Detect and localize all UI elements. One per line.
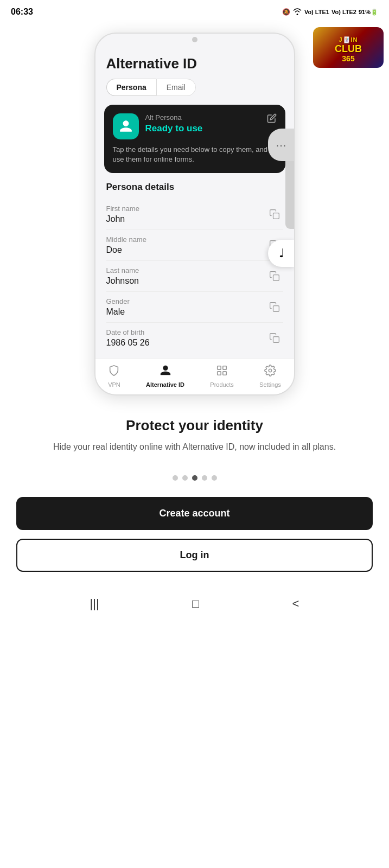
detail-value-dob: 1986 05 26 [106, 338, 266, 348]
brand-logo-inner: J🃏IN CLUB 365 [313, 27, 384, 68]
copy-icon-dob[interactable] [266, 329, 283, 347]
signal-lte2: Vo) LTE2 [331, 9, 356, 15]
vpn-nav-icon [108, 365, 120, 380]
phone-mockup: Alternative ID Persona Email Alt Persona [94, 33, 295, 395]
phone-wrapper: Alternative ID Persona Email Alt Persona [0, 22, 389, 401]
copy-icon-lastname[interactable] [266, 267, 283, 285]
nav-label-altid: Alternative ID [146, 381, 184, 388]
status-time: 06:33 [11, 7, 33, 17]
detail-value-middlename: Doe [106, 245, 266, 255]
battery-icon: 91%🔋 [359, 9, 378, 16]
mute-icon: 🔕 [282, 8, 290, 16]
detail-text-lastname: Last name Johnson [106, 266, 266, 286]
detail-text-firstname: First name John [106, 205, 266, 224]
detail-label-dob: Date of birth [106, 328, 266, 336]
svg-rect-3 [273, 306, 279, 312]
app-title: Alternative ID [106, 55, 283, 72]
tabs-container: Persona Email [95, 79, 294, 96]
promo-section: Protect your identity Hide your real ide… [0, 401, 389, 464]
svg-point-9 [269, 369, 272, 373]
promo-description: Hide your real identity online with Alte… [22, 441, 367, 454]
android-back-button[interactable]: < [292, 597, 299, 611]
persona-status: Ready to use [145, 123, 260, 134]
detail-value-lastname: Johnson [106, 276, 266, 286]
phone-dot [192, 37, 197, 42]
nav-item-altid[interactable]: Alternative ID [146, 365, 184, 388]
signal-lte1: Vo) LTE1 [304, 9, 329, 15]
promo-title: Protect your identity [22, 417, 367, 434]
detail-text-gender: Gender Male [106, 297, 266, 317]
detail-row-gender: Gender Male [106, 292, 283, 323]
persona-description: Tap the details you need below to copy t… [113, 145, 277, 164]
svg-rect-6 [223, 366, 226, 369]
nav-label-products: Products [210, 381, 233, 388]
altid-nav-icon [160, 365, 171, 380]
android-home-button[interactable]: □ [192, 597, 199, 611]
nav-item-vpn[interactable]: VPN [108, 365, 120, 388]
brand-logo: J🃏IN CLUB 365 [313, 27, 384, 71]
pagination-dots [0, 475, 389, 481]
detail-text-middlename: Middle name Doe [106, 235, 266, 255]
app-header: Alternative ID [95, 55, 294, 79]
music-button[interactable]: ♩ [268, 240, 295, 267]
dot-4[interactable] [202, 475, 207, 481]
svg-rect-7 [218, 372, 221, 375]
status-icons: 🔕 Vo) LTE1 Vo) LTE2 91%🔋 [282, 8, 378, 17]
tab-email[interactable]: Email [156, 79, 196, 96]
more-options-button[interactable]: ··· [268, 129, 295, 161]
svg-rect-4 [273, 337, 279, 343]
dot-2[interactable] [182, 475, 188, 481]
detail-row-dob: Date of birth 1986 05 26 [106, 323, 283, 353]
settings-nav-icon [264, 365, 276, 380]
svg-rect-5 [218, 366, 221, 369]
detail-value-firstname: John [106, 214, 266, 224]
persona-card-top: Alt Persona Ready to use [113, 113, 277, 139]
detail-row-firstname: First name John [106, 199, 283, 230]
status-bar: 06:33 🔕 Vo) LTE1 Vo) LTE2 91%🔋 [0, 0, 389, 22]
detail-value-gender: Male [106, 307, 266, 317]
create-account-button[interactable]: Create account [16, 497, 373, 530]
details-section: Persona details First name John [95, 182, 294, 353]
svg-rect-2 [273, 275, 279, 281]
nav-label-settings: Settings [259, 381, 281, 388]
music-note-icon: ♩ [279, 246, 284, 260]
nav-item-products[interactable]: Products [210, 365, 233, 388]
tab-persona[interactable]: Persona [106, 79, 156, 96]
details-heading: Persona details [106, 182, 283, 193]
persona-avatar [113, 113, 139, 139]
detail-label-lastname: Last name [106, 266, 266, 275]
svg-rect-8 [223, 372, 226, 375]
bottom-nav: VPN Alternative ID [95, 359, 294, 394]
android-nav-bar: ||| □ < [0, 588, 389, 620]
dot-3-active[interactable] [192, 475, 197, 481]
persona-edit-icon[interactable] [267, 113, 277, 126]
login-button[interactable]: Log in [16, 539, 373, 572]
detail-label-middlename: Middle name [106, 235, 266, 244]
wifi-icon [292, 8, 302, 17]
detail-row-middlename: Middle name Doe [106, 230, 283, 261]
phone-content: Alternative ID Persona Email Alt Persona [95, 48, 294, 394]
persona-label: Alt Persona [145, 113, 260, 122]
persona-info: Alt Persona Ready to use [145, 113, 260, 134]
nav-item-settings[interactable]: Settings [259, 365, 281, 388]
copy-icon-firstname[interactable] [266, 206, 283, 223]
detail-text-dob: Date of birth 1986 05 26 [106, 328, 266, 348]
detail-row-lastname: Last name Johnson [106, 261, 283, 292]
android-recents-button[interactable]: ||| [90, 597, 99, 611]
persona-card: Alt Persona Ready to use Tap the details… [104, 105, 285, 173]
copy-icon-gender[interactable] [266, 298, 283, 316]
products-nav-icon [216, 365, 228, 380]
dot-5[interactable] [212, 475, 217, 481]
dot-1[interactable] [173, 475, 178, 481]
nav-label-vpn: VPN [108, 381, 120, 388]
detail-label-firstname: First name [106, 205, 266, 213]
detail-label-gender: Gender [106, 297, 266, 305]
more-options-icon: ··· [276, 139, 287, 151]
svg-rect-0 [273, 213, 279, 219]
